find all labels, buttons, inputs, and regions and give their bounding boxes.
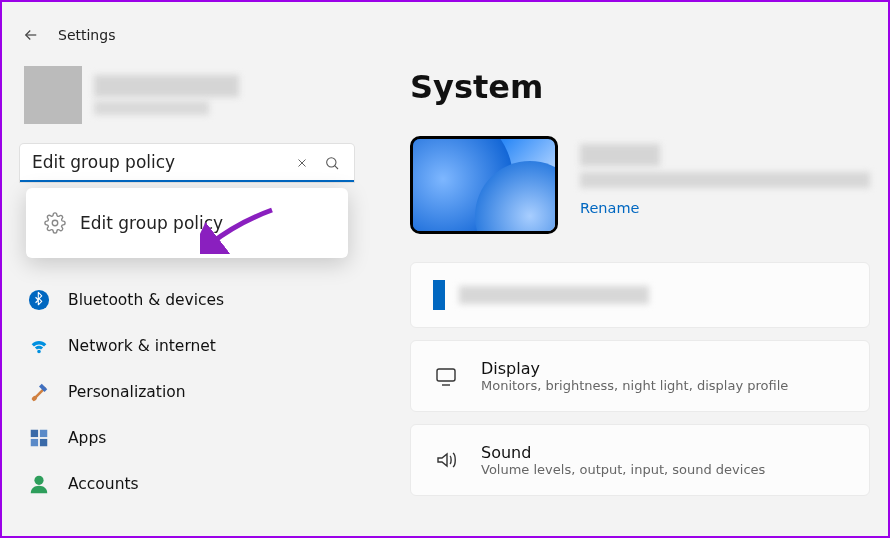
setting-title: Sound — [481, 443, 765, 462]
paintbrush-icon — [28, 381, 50, 403]
nav-label: Apps — [68, 429, 106, 447]
main-panel: System Rename Display Monitors, brightne… — [372, 52, 888, 536]
nav-label: Personalization — [68, 383, 186, 401]
svg-point-1 — [52, 220, 58, 226]
svg-rect-3 — [31, 430, 38, 437]
setting-sound[interactable]: Sound Volume levels, output, input, soun… — [410, 424, 870, 496]
svg-rect-8 — [437, 369, 455, 381]
svg-point-7 — [34, 476, 43, 485]
suggestion-label: Edit group policy — [80, 213, 223, 233]
device-model-redacted — [580, 172, 870, 188]
clear-search-button[interactable] — [292, 153, 312, 173]
device-name-redacted — [580, 144, 660, 166]
nav-list: Bluetooth & devices Network & internet P… — [14, 278, 360, 506]
sidebar-item-network[interactable]: Network & internet — [14, 324, 360, 368]
status-indicator — [433, 280, 445, 310]
gear-icon — [44, 212, 66, 234]
profile-name-redacted — [94, 75, 239, 97]
user-profile[interactable] — [14, 62, 360, 144]
profile-email-redacted — [94, 101, 209, 115]
sidebar-item-apps[interactable]: Apps — [14, 416, 360, 460]
svg-point-0 — [327, 158, 336, 167]
search-icon[interactable] — [322, 153, 342, 173]
wifi-icon — [28, 335, 50, 357]
nav-label: Bluetooth & devices — [68, 291, 224, 309]
setting-title: Display — [481, 359, 788, 378]
sidebar: Edit group policy Bluetooth & devices Ne… — [2, 52, 372, 536]
svg-rect-4 — [40, 430, 47, 437]
setting-sub: Volume levels, output, input, sound devi… — [481, 462, 765, 477]
nav-label: Network & internet — [68, 337, 216, 355]
sidebar-item-accounts[interactable]: Accounts — [14, 462, 360, 506]
nav-label: Accounts — [68, 475, 139, 493]
page-title: System — [410, 68, 870, 106]
app-title: Settings — [58, 27, 115, 43]
svg-rect-5 — [31, 439, 38, 446]
setting-display[interactable]: Display Monitors, brightness, night ligh… — [410, 340, 870, 412]
sound-icon — [433, 447, 459, 473]
search-container: Edit group policy — [20, 144, 354, 182]
rename-button[interactable]: Rename — [580, 200, 639, 216]
status-text-redacted — [459, 286, 649, 304]
status-card[interactable] — [410, 262, 870, 328]
sidebar-item-personalization[interactable]: Personalization — [14, 370, 360, 414]
person-icon — [28, 473, 50, 495]
setting-sub: Monitors, brightness, night light, displ… — [481, 378, 788, 393]
search-suggestions: Edit group policy — [26, 188, 348, 258]
suggestion-edit-group-policy[interactable]: Edit group policy — [26, 202, 348, 244]
svg-rect-6 — [40, 439, 47, 446]
device-thumbnail[interactable] — [410, 136, 558, 234]
avatar — [24, 66, 82, 124]
sidebar-item-bluetooth[interactable]: Bluetooth & devices — [14, 278, 360, 322]
bluetooth-icon — [28, 289, 50, 311]
device-summary: Rename — [410, 136, 870, 234]
back-button[interactable] — [22, 26, 40, 44]
apps-icon — [28, 427, 50, 449]
display-icon — [433, 363, 459, 389]
profile-info — [94, 75, 239, 115]
